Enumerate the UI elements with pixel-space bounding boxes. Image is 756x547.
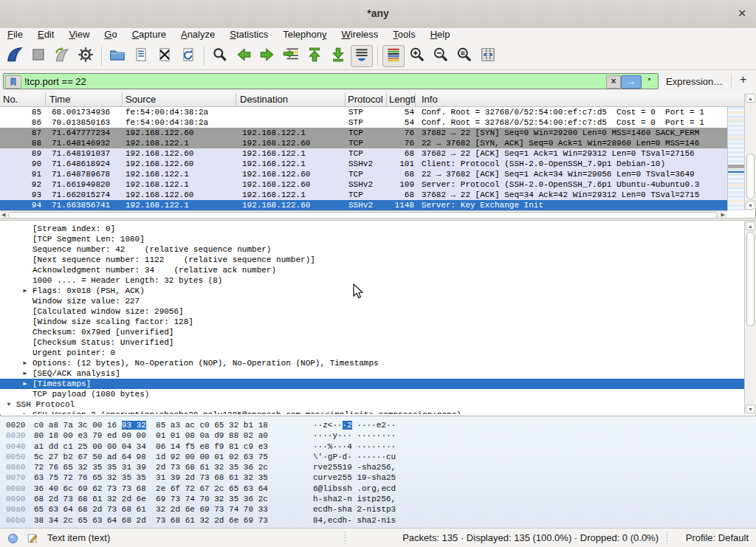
restart-capture-button[interactable]: [51, 45, 73, 67]
go-to-packet-button[interactable]: [280, 45, 302, 67]
zoom-out-button[interactable]: [430, 45, 452, 67]
expander-closed-icon[interactable]: ▶: [21, 358, 30, 368]
go-first-button[interactable]: [303, 45, 326, 67]
packet-row-85[interactable]: 8568.001734936fe:54:00:d4:38:2aSTP54Conf…: [0, 107, 727, 117]
expression-button[interactable]: Expression…: [666, 76, 723, 87]
detail-line[interactable]: Sequence number: 42 (relative sequence n…: [0, 244, 744, 255]
find-packet-button[interactable]: [209, 45, 231, 67]
expander-closed-icon[interactable]: ▶: [21, 379, 30, 389]
expander-closed-icon[interactable]: ▶: [21, 286, 30, 296]
resize-columns-button[interactable]: [477, 45, 499, 67]
packet-row-87[interactable]: 8771.647777234192.168.122.60192.168.122.…: [0, 128, 727, 138]
close-icon[interactable]: ×: [734, 5, 750, 21]
detail-line[interactable]: TCP payload (1080 bytes): [0, 389, 744, 399]
detail-line[interactable]: ▶SSH Version 2 (encryption:chacha20-poly…: [0, 410, 744, 414]
detail-line[interactable]: Acknowledgment number: 34 (relative ack …: [0, 265, 744, 275]
detail-line[interactable]: Checksum: 0x79ed [unverified]: [0, 327, 744, 337]
start-capture-button[interactable]: [4, 45, 26, 67]
go-forward-button[interactable]: [256, 45, 278, 67]
menu-analyze[interactable]: Analyze: [173, 28, 222, 42]
detail-line[interactable]: 1000 .... = Header Length: 32 bytes (8): [0, 275, 744, 286]
go-last-button[interactable]: [327, 45, 349, 67]
hex-row-0070[interactable]: 007063 75 72 76 65 32 35 35 31 39 2d 73 …: [0, 472, 756, 483]
zoom-reset-button[interactable]: [453, 45, 475, 67]
open-file-button[interactable]: [106, 45, 128, 67]
detail-line[interactable]: ▶[Timestamps]: [0, 379, 744, 389]
hex-row-0080[interactable]: 008036 40 6c 69 62 73 73 68 2e 6f 72 67 …: [0, 484, 756, 494]
expert-info-icon[interactable]: [7, 533, 18, 544]
packet-row-92[interactable]: 9271.661949820192.168.122.1192.168.122.6…: [0, 179, 727, 190]
scroll-down-icon[interactable]: ▼: [746, 201, 755, 210]
expander-closed-icon[interactable]: ▶: [21, 410, 30, 414]
column-header-length[interactable]: Length: [387, 93, 416, 106]
detail-line[interactable]: [Calculated window size: 29056]: [0, 306, 744, 317]
column-header-source[interactable]: Source: [123, 93, 236, 106]
status-profile[interactable]: Profile: Default: [686, 532, 749, 543]
detail-line[interactable]: ▶Options: (12 bytes), No-Operation (NOP)…: [0, 358, 744, 368]
filter-bookmark-button[interactable]: [5, 75, 21, 89]
column-header-info[interactable]: Info: [416, 93, 744, 106]
reload-file-button[interactable]: [177, 45, 199, 67]
scroll-up-icon[interactable]: ▲: [746, 94, 755, 103]
packet-list-hscrollbar[interactable]: ◀ ▶: [0, 210, 727, 218]
expander-closed-icon[interactable]: ▶: [21, 368, 30, 379]
menu-statistics[interactable]: Statistics: [222, 28, 275, 42]
detail-line[interactable]: [TCP Segment Len: 1080]: [0, 234, 744, 244]
packet-row-89[interactable]: 8971.648191037192.168.122.60192.168.122.…: [0, 148, 727, 159]
packet-row-88[interactable]: 8871.648146932192.168.122.1192.168.122.6…: [0, 138, 727, 148]
expander-open-icon[interactable]: ▼: [4, 399, 13, 410]
detail-line[interactable]: ▶[SEQ/ACK analysis]: [0, 368, 744, 379]
column-header-destination[interactable]: Destination: [236, 93, 346, 106]
menu-tools[interactable]: Tools: [385, 28, 422, 42]
colorize-button[interactable]: [382, 45, 405, 67]
menu-wireless[interactable]: Wireless: [334, 28, 386, 42]
close-file-button[interactable]: [154, 45, 176, 67]
go-back-button[interactable]: [233, 45, 255, 67]
save-file-button[interactable]: [130, 45, 152, 67]
packet-list-scrollbar[interactable]: ▲ ▼: [744, 93, 756, 210]
column-header-protocol[interactable]: Protocol: [346, 93, 387, 106]
menu-help[interactable]: Help: [423, 28, 458, 42]
detail-line[interactable]: [Window size scaling factor: 128]: [0, 317, 744, 327]
detail-line[interactable]: [Checksum Status: Unverified]: [0, 337, 744, 348]
menu-go[interactable]: Go: [97, 28, 124, 42]
detail-line[interactable]: [Next sequence number: 1122 (relative se…: [0, 255, 744, 265]
scroll-left-icon[interactable]: ◀: [1, 211, 5, 218]
menu-view[interactable]: View: [61, 28, 97, 42]
hex-row-0050[interactable]: 00505c 27 b2 67 50 ad 64 98 1d 92 00 00 …: [0, 452, 756, 462]
filter-apply-button[interactable]: →: [621, 75, 642, 89]
stop-capture-button[interactable]: [27, 45, 49, 67]
packet-row-94[interactable]: 9471.663856741192.168.122.1192.168.122.6…: [0, 200, 727, 210]
detail-line[interactable]: [Stream index: 0]: [0, 224, 744, 234]
menu-edit[interactable]: Edit: [30, 28, 61, 42]
hex-row-0060[interactable]: 006072 76 65 32 35 35 31 39 2d 73 68 61 …: [0, 462, 756, 472]
packet-row-91[interactable]: 9171.648789678192.168.122.1192.168.122.6…: [0, 169, 727, 179]
scroll-up-icon[interactable]: ▲: [746, 221, 755, 230]
auto-scroll-button[interactable]: [351, 45, 373, 67]
detail-line[interactable]: Urgent pointer: 0: [0, 348, 744, 358]
hex-row-00a0[interactable]: 00a065 63 64 68 2d 73 68 61 32 2d 6e 69 …: [0, 504, 756, 515]
column-header-no[interactable]: No.: [0, 93, 46, 106]
scroll-right-icon[interactable]: ▶: [721, 211, 725, 218]
capture-options-button[interactable]: [75, 45, 97, 67]
capture-comment-icon[interactable]: [27, 532, 38, 544]
column-header-time[interactable]: Time: [46, 93, 123, 106]
hex-row-0020[interactable]: 0020c0 a8 7a 3c 00 16 93 32 85 a3 ac c0 …: [0, 420, 756, 430]
hex-row-0030[interactable]: 003080 18 00 e3 79 ed 00 00 01 01 08 0a …: [0, 430, 756, 441]
menu-file[interactable]: File: [0, 28, 30, 42]
hex-row-0040[interactable]: 0040a1 dd c1 25 00 00 04 34 06 14 f5 e8 …: [0, 441, 756, 452]
zoom-in-button[interactable]: [406, 45, 428, 67]
scroll-down-icon[interactable]: ▼: [746, 405, 755, 413]
filter-dropdown-icon[interactable]: ▼: [647, 77, 652, 82]
packet-list-scroll-thumb[interactable]: [746, 154, 755, 199]
packet-list-minimap[interactable]: [727, 107, 744, 210]
detail-line[interactable]: Window size value: 227: [0, 296, 744, 306]
display-filter-input[interactable]: !tcp.port == 22 × → ▼: [3, 73, 659, 89]
menu-telephony[interactable]: Telephony: [275, 28, 334, 42]
hex-row-0090[interactable]: 009068 2d 73 68 61 32 2d 6e 69 73 74 70 …: [0, 494, 756, 504]
details-scrollbar[interactable]: ▲ ▼: [744, 221, 756, 414]
packet-row-93[interactable]: 9371.662015274192.168.122.60192.168.122.…: [0, 190, 727, 200]
hex-row-00b0[interactable]: 00b038 34 2c 65 63 64 68 2d 73 68 61 32 …: [0, 515, 756, 526]
details-scroll-thumb[interactable]: [746, 232, 755, 326]
detail-line[interactable]: ▼SSH Protocol: [0, 399, 744, 410]
